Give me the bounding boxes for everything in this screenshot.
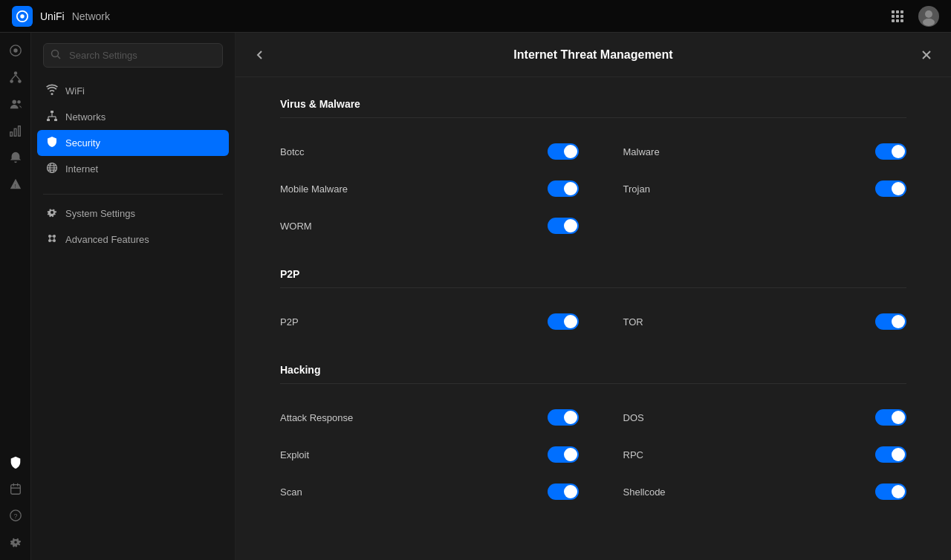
sidebar-divider <box>43 194 223 195</box>
svg-rect-3 <box>896 10 899 13</box>
svg-point-32 <box>52 50 59 56</box>
panel-content: Virus & MalwareBotccMalwareMobile Malwar… <box>236 77 951 560</box>
toggle-item-p2p-1: TOR <box>594 303 907 340</box>
search-box[interactable] <box>43 43 223 68</box>
sidebar-item-system-settings[interactable]: System Settings <box>37 201 229 227</box>
svg-rect-10 <box>900 19 903 22</box>
toggle-switch-p2p-0[interactable] <box>548 313 579 330</box>
nav-topology[interactable] <box>4 65 27 89</box>
app-product: Network <box>72 10 110 22</box>
back-button[interactable] <box>253 48 267 62</box>
section-divider-hacking <box>280 383 906 384</box>
sidebar-item-system-settings-label: System Settings <box>65 208 135 219</box>
toggle-grid-hacking: Attack ResponseDOSExploitRPCScanShellcod… <box>280 399 906 510</box>
ubiquiti-logo[interactable] <box>12 6 33 27</box>
apps-icon[interactable] <box>887 6 908 27</box>
toggle-label-virus-malware-4: WORM <box>280 221 312 232</box>
sidebar-item-wifi[interactable]: WiFi <box>37 78 229 104</box>
toggle-label-hacking-2: Exploit <box>280 449 309 460</box>
toggle-switch-virus-malware-0[interactable] <box>548 143 579 160</box>
svg-rect-9 <box>896 19 899 22</box>
nav-help[interactable]: ? <box>4 504 27 527</box>
toggle-label-hacking-5: Shellcode <box>623 486 666 498</box>
sidebar-item-security-label: Security <box>65 137 100 149</box>
nav-statistics[interactable] <box>4 119 27 143</box>
svg-line-33 <box>58 56 61 59</box>
svg-rect-36 <box>54 119 57 121</box>
nav-settings[interactable] <box>4 530 27 554</box>
svg-rect-4 <box>900 10 903 13</box>
toggle-item-hacking-5: Shellcode <box>594 473 907 510</box>
security-icon <box>46 136 58 150</box>
main-layout: ! ? <box>0 33 951 560</box>
nav-events[interactable] <box>4 477 27 501</box>
nav-alerts[interactable]: ! <box>4 172 27 196</box>
section-title-virus-malware: Virus & Malware <box>280 98 906 110</box>
svg-rect-7 <box>900 15 903 18</box>
svg-point-48 <box>48 239 51 242</box>
nav-dashboard[interactable] <box>4 39 27 62</box>
toggle-item-virus-malware-1: Malware <box>594 133 907 170</box>
toggle-switch-hacking-0[interactable] <box>548 409 579 426</box>
nav-shield[interactable] <box>4 450 27 474</box>
toggle-switch-p2p-1[interactable] <box>875 313 906 330</box>
svg-point-15 <box>13 71 17 75</box>
sidebar: WiFi Networks <box>31 33 236 560</box>
nav-clients[interactable] <box>4 92 27 116</box>
toggle-item-hacking-4: Scan <box>280 473 594 510</box>
left-nav: ! ? <box>0 33 31 560</box>
toggle-item-hacking-3: RPC <box>594 436 907 473</box>
svg-point-46 <box>48 235 51 238</box>
toggle-label-p2p-1: TOR <box>623 316 643 328</box>
section-title-hacking: Hacking <box>280 364 906 376</box>
nav-notifications[interactable] <box>4 146 27 169</box>
toggle-switch-hacking-1[interactable] <box>875 409 906 426</box>
svg-line-18 <box>11 75 15 79</box>
toggle-switch-virus-malware-3[interactable] <box>875 180 906 197</box>
sidebar-item-security[interactable]: Security <box>37 130 229 156</box>
section-divider-virus-malware <box>280 117 906 118</box>
toggle-switch-virus-malware-1[interactable] <box>875 143 906 160</box>
toggle-switch-hacking-3[interactable] <box>875 446 906 463</box>
toggle-item-virus-malware-2: Mobile Malware <box>280 170 594 207</box>
toggle-label-virus-malware-2: Mobile Malware <box>280 183 348 195</box>
svg-rect-34 <box>51 111 53 113</box>
toggle-switch-virus-malware-2[interactable] <box>548 180 579 197</box>
section-divider-p2p <box>280 287 906 288</box>
content-area: Internet Threat Management Virus & Malwa… <box>236 33 951 560</box>
topbar-left: UniFi Network <box>12 6 110 27</box>
sidebar-item-internet[interactable]: Internet <box>37 156 229 182</box>
svg-point-20 <box>12 100 16 104</box>
svg-point-16 <box>10 79 13 83</box>
sidebar-system-section: System Settings Advanced Features <box>31 201 235 253</box>
svg-point-1 <box>20 14 24 18</box>
internet-icon <box>46 162 58 176</box>
toggle-item-p2p-0: P2P <box>280 303 594 340</box>
toggle-label-virus-malware-0: Botcc <box>280 146 305 157</box>
svg-text:?: ? <box>13 512 17 520</box>
sidebar-item-advanced-features[interactable]: Advanced Features <box>37 227 229 253</box>
toggle-item-virus-malware-4: WORM <box>280 207 594 244</box>
svg-rect-2 <box>892 10 895 13</box>
sidebar-item-networks[interactable]: Networks <box>37 104 229 130</box>
toggle-switch-hacking-4[interactable] <box>548 484 579 500</box>
toggle-item-virus-malware-3: Trojan <box>594 170 907 207</box>
svg-rect-5 <box>892 15 895 18</box>
sidebar-item-advanced-features-label: Advanced Features <box>65 234 149 245</box>
toggle-item-hacking-2: Exploit <box>280 436 594 473</box>
toggle-switch-hacking-5[interactable] <box>875 484 906 500</box>
toggle-item-hacking-0: Attack Response <box>280 399 594 436</box>
panel-title: Internet Threat Management <box>513 48 672 62</box>
sidebar-nav-section: WiFi Networks <box>31 78 235 182</box>
search-input[interactable] <box>43 43 223 68</box>
svg-rect-6 <box>896 15 899 18</box>
toggle-switch-hacking-2[interactable] <box>548 446 579 463</box>
svg-text:!: ! <box>14 183 16 189</box>
toggle-label-hacking-1: DOS <box>623 412 644 423</box>
toggle-switch-virus-malware-4[interactable] <box>548 218 579 234</box>
toggle-label-hacking-3: RPC <box>623 449 643 460</box>
svg-rect-35 <box>47 119 50 121</box>
close-button[interactable] <box>920 48 933 62</box>
user-avatar[interactable] <box>918 6 939 27</box>
search-icon <box>51 49 61 62</box>
